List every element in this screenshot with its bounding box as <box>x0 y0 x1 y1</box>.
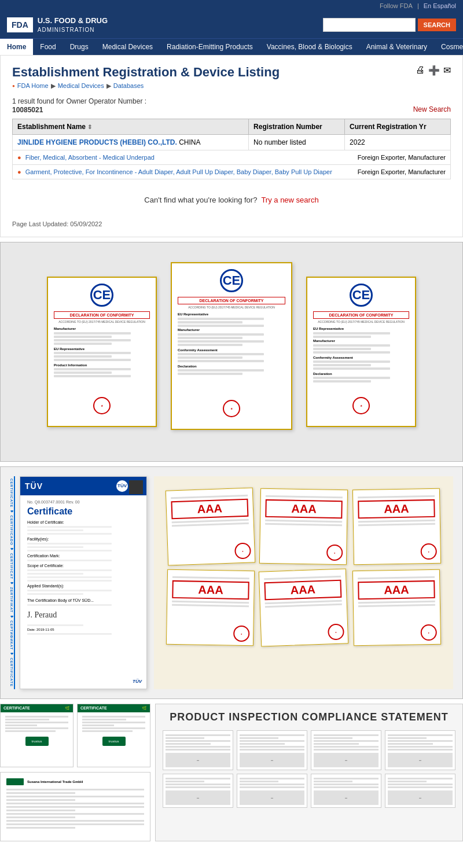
product-link-2[interactable]: Garment, Protective, For Incontinence - … <box>25 168 332 175</box>
results-table: Establishment Name ⇕ Registration Number… <box>12 119 451 179</box>
en-espanol-link[interactable]: En Español <box>424 2 456 9</box>
nav-item-radiation[interactable]: Radiation-Emitting Products <box>160 39 260 55</box>
fda-logo: FDA U.S. FOOD & DRUG ADMINISTRATION <box>7 16 108 34</box>
nav-item-animal[interactable]: Animal & Veterinary <box>359 39 434 55</box>
aaa-stamp-5: ● <box>328 623 344 640</box>
ce-line-3 <box>54 339 131 341</box>
page-updated: Page Last Updated: 05/09/2022 <box>12 220 451 227</box>
search-button[interactable]: SEARCH <box>418 19 456 31</box>
doc-img-7: ▬ <box>314 790 379 805</box>
aaa-stamp-6: ● <box>421 624 437 641</box>
plus-icon[interactable]: ➕ <box>428 65 440 76</box>
bottom-certs-section: CERTIFICATE 🌿 trustus CERTIFICATE 🌿 <box>0 704 463 841</box>
tuv-qr <box>129 480 143 494</box>
cell-reg-yr: 2022 <box>345 134 451 150</box>
tuv-card: TÜV TÜV R No. Q8.003747.0001 Rev. 00 Cer… <box>20 476 147 689</box>
inspection-title: PRODUCT INSPECTION COMPLIANCE STATEMENT <box>163 711 455 723</box>
ce-stamp-2: ★ <box>223 400 240 417</box>
product-cell-2: ● Garment, Protective, For Incontinence … <box>13 164 451 179</box>
breadcrumb-sep2: ▶ <box>106 82 111 90</box>
ce-card-2: CE DECLARATION OF CONFORMITY ACCORDING T… <box>171 262 292 430</box>
product-row-1: ● Fiber, Medical, Absorbent - Medical Un… <box>13 150 451 164</box>
tuv-scope-label: Scope of Certificate: <box>27 564 139 568</box>
email-icon[interactable]: ✉ <box>443 65 451 76</box>
letter-logo <box>6 778 24 785</box>
breadcrumb-databases[interactable]: Databases <box>113 82 144 89</box>
small-cert-header-2: CERTIFICATE 🌿 <box>78 704 150 712</box>
nav-item-food[interactable]: Food <box>33 39 63 55</box>
nav-item-drugs[interactable]: Drugs <box>63 39 95 55</box>
product-type-2: Foreign Exporter, Manufacturer <box>358 168 446 175</box>
tuv-cert-no: No. Q8.003747.0001 Rev. 00 <box>27 500 139 504</box>
small-cert-pair: CERTIFICATE 🌿 trustus CERTIFICATE 🌿 <box>0 704 150 767</box>
cert-flag-1: 🌿 <box>65 706 70 711</box>
company-link[interactable]: JINLIDE HYGIENE PRODUCTS (HEBEI) CO.,LTD… <box>17 138 177 146</box>
page-title: Establishment Registration & Device List… <box>12 65 451 80</box>
product-link-1[interactable]: Fiber, Medical, Absorbent - Medical Unde… <box>25 154 155 161</box>
doc-img-4: ▬ <box>388 753 453 767</box>
fda-badge: FDA <box>7 17 33 32</box>
aaa-card-5: AAA ● <box>259 568 348 646</box>
doc-img-5: ▬ <box>166 790 230 805</box>
ce-line-2 <box>54 336 112 338</box>
new-search-link[interactable]: New Search <box>413 105 451 113</box>
doc-item-6: ▬ <box>237 774 307 808</box>
nav-item-vaccines[interactable]: Vaccines, Blood & Biologics <box>260 39 359 55</box>
try-new-search-link[interactable]: Try a new search <box>261 196 318 204</box>
ce-card-3: CE DECLARATION OF CONFORMITY ACCORDING T… <box>306 277 416 427</box>
cert-flag-2: 🌿 <box>142 706 147 711</box>
tuv-aaa-section: CERTIFICATE ❤ CERTIFICADO ❤ CERTIFICAT ❤… <box>0 466 463 699</box>
top-bar: Follow FDA | En Español <box>0 0 463 12</box>
fda-title-line2: ADMINISTRATION <box>38 26 108 34</box>
fda-title-line1: U.S. FOOD & DRUG <box>38 16 108 26</box>
nav-item-cosmetics[interactable]: Cosmetics <box>434 39 463 55</box>
doc-img-2: ▬ <box>240 753 304 767</box>
col-establishment-name: Establishment Name ⇕ <box>13 119 249 134</box>
aaa-text-1: AAA <box>171 499 248 520</box>
doc-item-5: ▬ <box>163 774 233 808</box>
small-cert-2: CERTIFICATE 🌿 trustus <box>77 704 150 767</box>
letter-org: Susana International Trade GmbH <box>27 780 83 784</box>
follow-fda-label: Follow FDA <box>380 2 413 9</box>
not-found-bar: Can't find what you're looking for? Try … <box>12 189 451 211</box>
breadcrumb-medical-devices[interactable]: Medical Devices <box>58 82 104 89</box>
aaa-stamp-1: ● <box>234 542 251 559</box>
tuv-logo: TÜV <box>25 481 43 491</box>
product-type-1: Foreign Exporter, Manufacturer <box>358 154 446 161</box>
trustus-logo-1: trustus <box>25 737 49 746</box>
search-box: SEARCH <box>323 18 456 32</box>
breadcrumb-fda-home[interactable]: FDA Home <box>17 82 49 89</box>
aaa-text-6: AAA <box>358 580 435 599</box>
print-icon[interactable]: 🖨 <box>416 65 425 76</box>
ce-stamp-3: ★ <box>352 397 370 414</box>
tuv-cert-mark-label: Certification Mark: <box>27 554 139 558</box>
tuv-badge: TÜV <box>116 480 128 492</box>
tuv-cert-wrapper: CERTIFICATE ❤ CERTIFICADO ❤ CERTIFICAT ❤… <box>10 476 147 689</box>
aaa-card-4: AAA ● <box>166 569 255 646</box>
ce-section-manufacturer: Manufacturer <box>54 327 150 330</box>
doc-img-3: ▬ <box>314 753 379 767</box>
bullet-2: ● <box>17 168 21 175</box>
search-input[interactable] <box>323 18 416 32</box>
product-row-2: ● Garment, Protective, For Incontinence … <box>13 164 451 179</box>
fda-title: U.S. FOOD & DRUG ADMINISTRATION <box>38 16 108 34</box>
doc-item-3: ▬ <box>311 730 381 770</box>
cell-establishment-name: JINLIDE HYGIENE PRODUCTS (HEBEI) CO.,LTD… <box>13 134 249 150</box>
nav-item-medical-devices[interactable]: Medical Devices <box>95 39 160 55</box>
page-actions: 🖨 ➕ ✉ <box>416 65 451 76</box>
aaa-card-1: AAA ● <box>166 487 255 565</box>
ce-section-eu-rep: EU Representative <box>54 347 150 351</box>
doc-item-4: ▬ <box>385 730 455 770</box>
tuv-footer: TÜV <box>133 679 142 684</box>
aaa-card-2: AAA ● <box>259 488 348 565</box>
ce-card-1: CE DECLARATION OF CONFORMITY ACCORDING T… <box>47 277 157 427</box>
tuv-signature: J. Peraud <box>27 610 139 620</box>
letter-cert: Susana International Trade GmbH <box>0 772 150 841</box>
product-cell-1: ● Fiber, Medical, Absorbent - Medical Un… <box>13 150 451 164</box>
doc-item-2: ▬ <box>237 730 307 770</box>
ce-mark-1: CE <box>90 284 113 307</box>
tuv-standard-label: Applied Standard(s): <box>27 584 139 588</box>
ce-card-header-1: CE DECLARATION OF CONFORMITY ACCORDING T… <box>54 284 150 323</box>
ce-line-1 <box>54 332 131 334</box>
nav-item-home[interactable]: Home <box>0 39 33 55</box>
